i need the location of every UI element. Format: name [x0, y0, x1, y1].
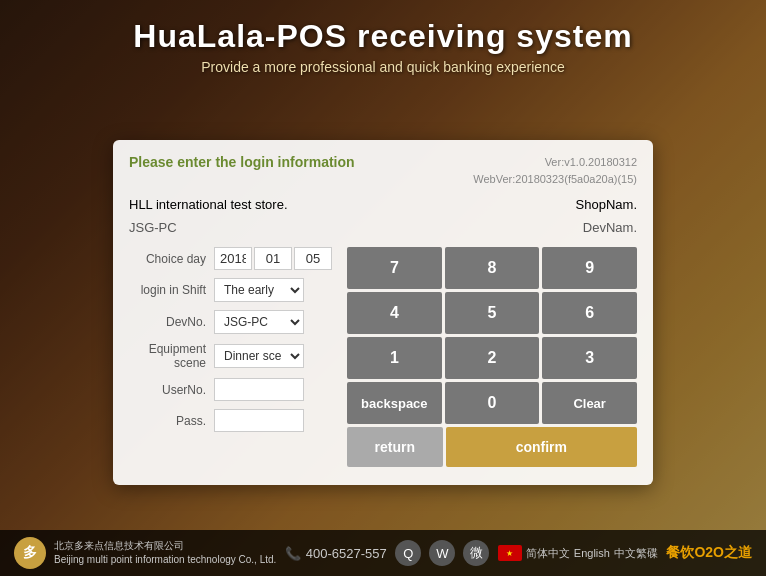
numpad-7[interactable]: 7 — [347, 247, 442, 289]
numpad-2[interactable]: 2 — [445, 337, 540, 379]
dev-no-select[interactable]: JSG-PC — [214, 310, 304, 334]
date-month-input[interactable] — [254, 247, 292, 270]
version-info: Ver:v1.0.20180312 WebVer:20180323(f5a0a2… — [473, 154, 637, 187]
return-button[interactable]: return — [347, 427, 443, 467]
numpad-5[interactable]: 5 — [445, 292, 540, 334]
phone-icon: 📞 — [285, 546, 301, 561]
app-subtitle: Provide a more professional and quick ba… — [0, 59, 766, 75]
company-info: 北京多来点信息技术有限公司 Beijing multi point inform… — [54, 539, 276, 567]
numpad-9[interactable]: 9 — [542, 247, 637, 289]
date-group[interactable] — [214, 247, 332, 270]
version-line2: WebVer:20180323(f5a0a20a)(15) — [473, 171, 637, 188]
form-section: Choice day login in Shift The early Midd… — [129, 247, 339, 467]
user-no-row: UserNo. — [129, 378, 339, 401]
user-no-label: UserNo. — [129, 383, 214, 397]
login-shift-row: login in Shift The early Middle Late — [129, 278, 339, 302]
weibo-icon[interactable]: 微 — [463, 540, 489, 566]
lang-cn[interactable]: 简体中文 — [526, 546, 570, 561]
dev-no-row: DevNo. JSG-PC — [129, 310, 339, 334]
form-numpad-area: Choice day login in Shift The early Midd… — [129, 247, 637, 467]
dev-row: JSG-PC DevNam. — [129, 220, 637, 235]
numpad-8[interactable]: 8 — [445, 247, 540, 289]
footer: 多 北京多来点信息技术有限公司 Beijing multi point info… — [0, 530, 766, 576]
footer-language: ★ 简体中文 English 中文繁碟 — [498, 545, 658, 561]
numpad-backspace[interactable]: backspace — [347, 382, 442, 424]
phone-number: 400-6527-557 — [306, 546, 387, 561]
qq-icon[interactable]: Q — [395, 540, 421, 566]
choice-day-row: Choice day — [129, 247, 339, 270]
numpad-6[interactable]: 6 — [542, 292, 637, 334]
login-shift-label: login in Shift — [129, 283, 214, 297]
dev-id: JSG-PC — [129, 220, 177, 235]
user-no-input[interactable] — [214, 378, 304, 401]
dialog-title: Please enter the login information — [129, 154, 355, 170]
numpad-3[interactable]: 3 — [542, 337, 637, 379]
date-day-input[interactable] — [294, 247, 332, 270]
equipment-scene-label: Equipment scene — [129, 342, 214, 370]
choice-day-label: Choice day — [129, 252, 214, 266]
numpad-1[interactable]: 1 — [347, 337, 442, 379]
dialog-header: Please enter the login information Ver:v… — [129, 154, 637, 187]
numpad-action-row: return confirm — [347, 427, 637, 467]
company-logo: 多 — [14, 537, 46, 569]
company-name-cn: 北京多来点信息技术有限公司 — [54, 539, 276, 553]
equipment-scene-select[interactable]: Dinner scene — [214, 344, 304, 368]
wechat-icon[interactable]: W — [429, 540, 455, 566]
footer-right: 餐饮O2O之道 — [666, 544, 752, 562]
footer-left: 多 北京多来点信息技术有限公司 Beijing multi point info… — [14, 537, 276, 569]
pass-input[interactable] — [214, 409, 304, 432]
shop-label: HLL international test store. — [129, 197, 288, 212]
dev-no-label: DevNo. — [129, 315, 214, 329]
date-year-input[interactable] — [214, 247, 252, 270]
footer-phone: 📞 400-6527-557 — [285, 546, 387, 561]
login-dialog: Please enter the login information Ver:v… — [113, 140, 653, 485]
login-shift-select[interactable]: The early Middle Late — [214, 278, 304, 302]
dev-name-label: DevNam. — [583, 220, 637, 235]
version-line1: Ver:v1.0.20180312 — [473, 154, 637, 171]
numpad-0[interactable]: 0 — [445, 382, 540, 424]
numpad-4[interactable]: 4 — [347, 292, 442, 334]
shop-name-label: ShopNam. — [576, 197, 637, 212]
numpad-section: 7 8 9 4 5 6 1 2 3 backspace 0 Clear retu… — [347, 247, 637, 467]
pass-row: Pass. — [129, 409, 339, 432]
brand-label: 餐饮O2O之道 — [666, 544, 752, 562]
numpad-grid: 7 8 9 4 5 6 1 2 3 — [347, 247, 637, 379]
header: HuaLala-POS receiving system Provide a m… — [0, 0, 766, 85]
confirm-button[interactable]: confirm — [446, 427, 637, 467]
company-name-en: Beijing multi point information technolo… — [54, 553, 276, 567]
equipment-scene-row: Equipment scene Dinner scene — [129, 342, 339, 370]
numpad-bottom-row: backspace 0 Clear — [347, 382, 637, 424]
shop-row: HLL international test store. ShopNam. — [129, 197, 637, 212]
footer-icons: Q W 微 — [395, 540, 489, 566]
app-title: HuaLala-POS receiving system — [0, 18, 766, 55]
lang-tc[interactable]: 中文繁碟 — [614, 546, 658, 561]
china-flag: ★ — [498, 545, 522, 561]
pass-label: Pass. — [129, 414, 214, 428]
numpad-clear[interactable]: Clear — [542, 382, 637, 424]
lang-en[interactable]: English — [574, 547, 610, 559]
